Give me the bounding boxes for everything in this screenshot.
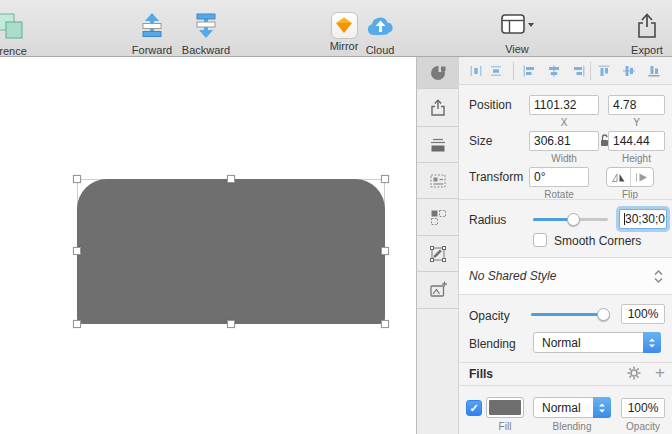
opacity-slider[interactable]: [531, 313, 607, 316]
handle-top-left[interactable]: [73, 175, 81, 183]
fill-blending-dropdown[interactable]: Normal: [533, 397, 611, 418]
divider: [459, 362, 672, 363]
style-tab-icon: [428, 63, 448, 83]
opacity-field[interactable]: 100%: [621, 304, 665, 324]
smooth-corners-checkbox[interactable]: [533, 233, 547, 247]
flip-control: [606, 167, 654, 187]
handle-bottom-right[interactable]: [381, 320, 389, 328]
tab-style[interactable]: [417, 57, 458, 89]
dropdown-arrows-icon: [593, 397, 611, 418]
radius-slider[interactable]: [533, 218, 608, 221]
selection-icon: [428, 207, 448, 227]
shape[interactable]: [77, 179, 385, 324]
rotate-field[interactable]: 0°: [529, 167, 589, 187]
cloud-upload-icon: [365, 12, 396, 39]
opacity-label: Opacity: [469, 309, 510, 323]
opacity-slider-thumb[interactable]: [597, 308, 610, 321]
align-top-icon[interactable]: [596, 63, 612, 79]
dropdown-arrows-icon: [643, 332, 661, 353]
position-y-field[interactable]: 4.78: [608, 95, 665, 115]
alignment-toolbar: [459, 57, 672, 85]
toolbar-item-export[interactable]: Export: [615, 12, 672, 56]
divider: [513, 62, 514, 80]
radius-label: Radius: [469, 213, 506, 227]
radius-slider-thumb[interactable]: [567, 213, 580, 226]
position-x-field[interactable]: 1101.32: [529, 95, 599, 115]
toolbar-label: View: [485, 43, 549, 55]
toolbar-item-cloud[interactable]: Cloud: [348, 12, 412, 56]
size-width-field[interactable]: 306.81: [529, 131, 599, 151]
fill-sub-label: Fill: [486, 421, 524, 432]
distribute-vertically-icon[interactable]: [488, 63, 504, 79]
tab-image[interactable]: [417, 272, 458, 309]
fill-color-swatch[interactable]: [486, 397, 524, 418]
radius-field[interactable]: 30;30;0: [619, 209, 667, 229]
align-middle-vertical-icon[interactable]: [621, 63, 637, 79]
fills-header: Fills: [469, 367, 493, 381]
image-add-icon: [428, 280, 448, 300]
smooth-corners-label: Smooth Corners: [554, 234, 641, 248]
align-left-icon[interactable]: [521, 63, 537, 79]
toolbar-item-difference[interactable]: erence: [0, 12, 42, 57]
chevron-up-down-icon: [653, 269, 664, 284]
bring-forward-icon: [139, 12, 165, 39]
handle-top-center[interactable]: [227, 175, 235, 183]
send-backward-icon: [193, 12, 219, 39]
blending-dropdown[interactable]: Normal: [533, 332, 661, 353]
inspector-content: Position 1101.32 4.78 X Y Size 306.81 14…: [459, 57, 672, 434]
toolbar-label: Cloud: [348, 44, 412, 56]
divider: [590, 62, 591, 80]
width-sub-label: Width: [529, 153, 599, 164]
fill-enabled-checkbox[interactable]: ✓: [466, 400, 482, 416]
x-sub-label: X: [529, 117, 599, 128]
toolbar-label: Backward: [174, 44, 238, 56]
share-icon: [428, 98, 448, 118]
fill-opacity-field[interactable]: 100%: [621, 398, 665, 418]
handle-bottom-center[interactable]: [227, 320, 235, 328]
view-layout-icon: [499, 12, 535, 39]
boolean-difference-icon: [0, 12, 25, 39]
handle-bottom-left[interactable]: [73, 320, 81, 328]
handle-middle-left[interactable]: [73, 247, 81, 255]
inspector-panel: Position 1101.32 4.78 X Y Size 306.81 14…: [416, 57, 672, 434]
shared-style-dropdown[interactable]: No Shared Style: [459, 258, 672, 295]
divider: [459, 199, 672, 200]
height-sub-label: Height: [608, 153, 665, 164]
align-bottom-icon[interactable]: [646, 63, 662, 79]
toolbar: erence Forward Backward: [0, 0, 672, 57]
vector-edit-icon: [428, 244, 448, 264]
flip-vertical-button[interactable]: [631, 168, 654, 186]
tab-vector-edit[interactable]: [417, 236, 458, 272]
artboard-icon: [428, 135, 448, 155]
distribute-horizontally-icon[interactable]: [468, 63, 484, 79]
gear-icon[interactable]: [627, 366, 641, 380]
size-height-field[interactable]: 144.44: [608, 131, 665, 151]
fill-opacity-sub-label: Opacity: [621, 421, 665, 432]
form-icon: [428, 171, 448, 191]
fill-blending-sub-label: Blending: [533, 421, 611, 432]
inspector-tab-strip: [417, 57, 459, 434]
blending-label: Blending: [469, 337, 516, 351]
canvas[interactable]: [0, 57, 416, 434]
fill-color: [489, 400, 521, 415]
align-center-horizontal-icon[interactable]: [546, 63, 562, 79]
toolbar-label: erence: [0, 45, 42, 57]
chevron-down-icon: [528, 23, 534, 27]
tab-share[interactable]: [417, 89, 458, 127]
handle-top-right[interactable]: [381, 175, 389, 183]
flip-horizontal-button[interactable]: [607, 168, 631, 186]
toolbar-item-backward[interactable]: Backward: [174, 12, 238, 56]
tab-form[interactable]: [417, 163, 458, 199]
tab-selection[interactable]: [417, 199, 458, 236]
y-sub-label: Y: [608, 117, 665, 128]
size-label: Size: [469, 134, 492, 148]
toolbar-label: Export: [615, 44, 672, 56]
toolbar-item-view[interactable]: View: [485, 12, 549, 55]
align-right-icon[interactable]: [571, 63, 587, 79]
shared-style-label: No Shared Style: [469, 269, 556, 283]
add-fill-button[interactable]: +: [651, 363, 669, 383]
handle-middle-right[interactable]: [381, 247, 389, 255]
tab-artboard[interactable]: [417, 127, 458, 163]
divider: [459, 385, 672, 386]
position-label: Position: [469, 98, 512, 112]
